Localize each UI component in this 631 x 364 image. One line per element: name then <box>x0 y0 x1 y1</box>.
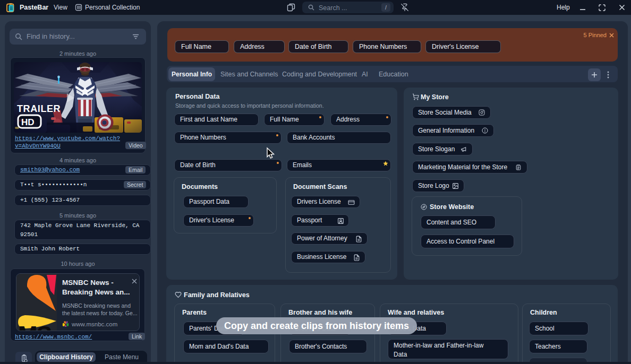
svg-text:MS: MS <box>18 322 52 331</box>
svg-text:HD: HD <box>21 117 35 127</box>
svg-text:TRAILER: TRAILER <box>17 103 61 114</box>
